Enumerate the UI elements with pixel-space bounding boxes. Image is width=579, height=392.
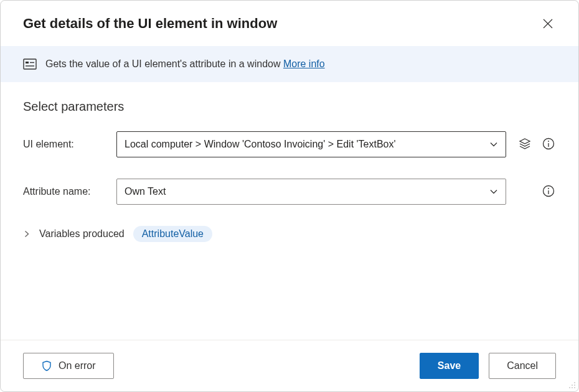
dialog-title: Get details of the UI element in window (23, 16, 277, 32)
more-info-link[interactable]: More info (283, 58, 325, 69)
dialog-footer: On error Save Cancel (1, 340, 578, 391)
svg-rect-2 (24, 59, 36, 69)
ui-element-info-button[interactable] (541, 136, 556, 153)
svg-marker-6 (520, 139, 530, 144)
info-icon (542, 185, 555, 197)
svg-point-17 (572, 387, 573, 388)
attribute-name-dropdown[interactable]: Own Text (116, 179, 506, 205)
save-button[interactable]: Save (420, 353, 479, 379)
ui-element-dropdown[interactable]: Local computer > Window 'Contoso Invoici… (116, 131, 506, 157)
close-icon (542, 18, 553, 29)
resize-grip-icon[interactable] (567, 380, 576, 389)
ui-element-value: Local computer > Window 'Contoso Invoici… (125, 139, 396, 150)
svg-point-16 (569, 387, 570, 388)
svg-point-8 (548, 141, 549, 142)
attribute-name-label: Attribute name: (23, 186, 116, 197)
svg-point-14 (572, 385, 573, 386)
chevron-down-icon (489, 187, 498, 196)
info-icon (542, 138, 555, 150)
ui-elements-picker-button[interactable] (517, 136, 532, 153)
banner-text: Gets the value of a UI element's attribu… (45, 58, 325, 70)
ui-element-extras (516, 136, 556, 153)
close-button[interactable] (540, 16, 556, 34)
svg-point-13 (574, 382, 575, 383)
info-banner: Gets the value of a UI element's attribu… (1, 46, 578, 82)
svg-rect-3 (26, 62, 29, 63)
cancel-button[interactable]: Cancel (489, 353, 556, 379)
param-row-attribute-name: Attribute name: Own Text (23, 179, 556, 205)
form-icon (23, 57, 37, 71)
attribute-name-info-button[interactable] (541, 184, 556, 200)
attribute-name-extras (516, 184, 556, 200)
section-title: Select parameters (23, 100, 556, 114)
layers-icon (519, 138, 531, 150)
svg-point-11 (548, 188, 549, 189)
shield-icon (41, 360, 52, 371)
svg-point-18 (574, 387, 575, 388)
banner-text-content: Gets the value of a UI element's attribu… (45, 58, 283, 69)
param-row-ui-element: UI element: Local computer > Window 'Con… (23, 131, 556, 157)
chevron-down-icon (489, 140, 498, 149)
variables-produced-row[interactable]: Variables produced AttributeValue (23, 226, 556, 242)
chevron-right-icon (23, 230, 31, 238)
dialog-header: Get details of the UI element in window (1, 1, 578, 46)
variables-produced-label: Variables produced (39, 228, 125, 240)
on-error-label: On error (59, 360, 96, 371)
attribute-name-value: Own Text (125, 186, 166, 197)
footer-right: Save Cancel (420, 353, 556, 379)
ui-element-label: UI element: (23, 139, 116, 150)
variable-chip-attributevalue[interactable]: AttributeValue (133, 226, 212, 242)
dialog: Get details of the UI element in window … (0, 0, 579, 392)
svg-point-15 (574, 385, 575, 386)
on-error-button[interactable]: On error (23, 353, 114, 379)
content-area: Select parameters UI element: Local comp… (1, 82, 578, 340)
